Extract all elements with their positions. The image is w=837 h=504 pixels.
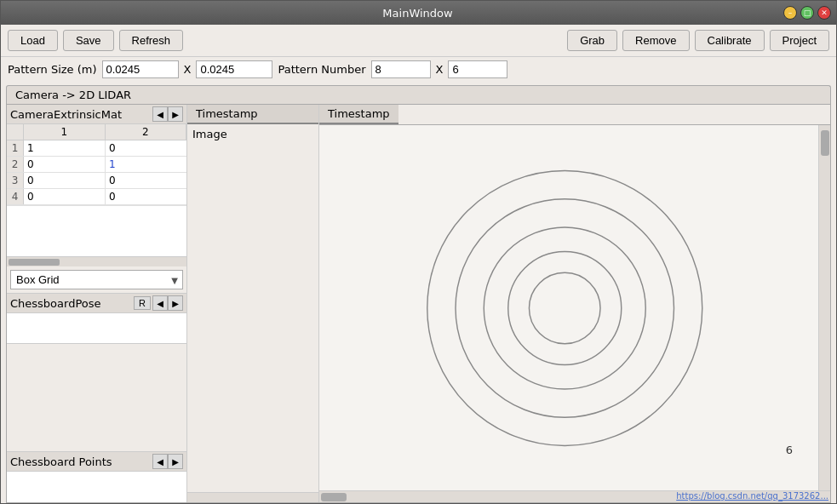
main-window: MainWindow – □ ✕ Load Save Refresh Grab … (0, 0, 837, 504)
close-button[interactable]: ✕ (817, 6, 831, 20)
box-grid-dropdown[interactable]: Box Grid Checkerboard Circle Grid (10, 270, 183, 289)
scrollbar-h-thumb (321, 493, 347, 501)
calibrate-button[interactable]: Calibrate (695, 30, 765, 51)
x-label-1: X (184, 63, 192, 76)
pose-spacer (7, 344, 186, 351)
window-controls: – □ ✕ (783, 6, 836, 20)
pose-r-button[interactable]: R (134, 296, 151, 310)
maximize-icon: □ (804, 9, 811, 17)
table-row: 1 1 0 (7, 140, 186, 157)
pattern-num-y-input[interactable] (448, 60, 507, 78)
cell-1-1: 1 (24, 140, 106, 156)
toolbar-right: Grab Remove Calibrate Project (567, 30, 829, 51)
image-label: Image (187, 124, 318, 144)
toolbar: Load Save Refresh Grab Remove Calibrate … (1, 25, 836, 57)
minimize-icon: – (788, 9, 793, 17)
cell-2-1: 0 (24, 157, 106, 172)
pose-section: ChessboardPose R ◀ ▶ (7, 293, 186, 351)
matrix-col-headers: 1 2 (7, 124, 186, 140)
right-horizontal-scrollbar[interactable]: https://blog.csdn.net/qq_3173262... (319, 490, 830, 502)
cell-3-1: 0 (24, 173, 106, 188)
matrix-prev-btn[interactable]: ◀ (152, 106, 168, 122)
pose-prev-btn[interactable]: ◀ (152, 295, 168, 311)
matrix-row-num-header (7, 124, 24, 140)
close-icon: ✕ (821, 9, 828, 17)
middle-content (187, 144, 318, 492)
main-content: CameraExtrinsicMat ◀ ▶ 1 2 1 1 0 (6, 104, 831, 503)
matrix-col-1-header: 1 (24, 124, 106, 140)
cell-3-2: 0 (106, 173, 186, 188)
right-tab-bar: Timestamp (319, 105, 830, 125)
middle-panel: Timestamp Image (187, 105, 319, 502)
pattern-number-label: Pattern Number (278, 63, 365, 76)
maximize-button[interactable]: □ (800, 6, 814, 20)
titlebar: MainWindow – □ ✕ (1, 1, 836, 25)
pose-label: ChessboardPose (10, 297, 134, 310)
left-panel: CameraExtrinsicMat ◀ ▶ 1 2 1 1 0 (7, 105, 187, 502)
middle-scrollbar-h[interactable] (187, 492, 318, 502)
scrollbar-v-thumb (821, 130, 829, 156)
matrix-label: CameraExtrinsicMat (10, 108, 152, 121)
tabs-area: Camera -> 2D LIDAR CameraExtrinsicMat ◀ … (1, 82, 836, 503)
cell-4-2: 0 (106, 189, 186, 204)
grab-button[interactable]: Grab (567, 30, 617, 51)
pattern-size-label: Pattern Size (m) (8, 63, 97, 76)
chessboard-label: Chessboard Points (10, 455, 152, 468)
table-row: 4 0 0 (7, 189, 186, 205)
main-tab[interactable]: Camera -> 2D LIDAR (6, 85, 831, 104)
window-title: MainWindow (52, 7, 783, 20)
circles-visualization (407, 146, 731, 470)
matrix-header: CameraExtrinsicMat ◀ ▶ (7, 105, 186, 124)
chessboard-content (7, 472, 186, 502)
chessboard-header: Chessboard Points ◀ ▶ (7, 452, 186, 472)
params-bar: Pattern Size (m) X Pattern Number X (1, 57, 836, 82)
cell-1-2: 0 (106, 140, 186, 156)
right-content: 6 (319, 125, 830, 490)
project-button[interactable]: Project (770, 30, 829, 51)
svg-point-1 (456, 198, 674, 417)
table-row: 2 0 1 (7, 157, 186, 173)
svg-point-3 (508, 251, 622, 364)
matrix-section: CameraExtrinsicMat ◀ ▶ 1 2 1 1 0 (7, 105, 186, 266)
canvas-area: 6 (319, 125, 818, 490)
x-label-2: X (436, 63, 444, 76)
pose-next-btn[interactable]: ▶ (168, 295, 183, 311)
remove-button[interactable]: Remove (622, 30, 689, 51)
save-button[interactable]: Save (63, 30, 114, 51)
matrix-next-btn[interactable]: ▶ (168, 106, 183, 122)
matrix-empty-space (7, 205, 186, 256)
right-vertical-scrollbar[interactable] (818, 125, 830, 490)
toolbar-left: Load Save Refresh (8, 30, 183, 51)
chessboard-next-btn[interactable]: ▶ (168, 454, 183, 469)
svg-point-0 (427, 170, 702, 445)
matrix-scrollbar-thumb (9, 259, 60, 266)
pattern-num-x-input[interactable] (371, 60, 431, 78)
chessboard-section: Chessboard Points ◀ ▶ (7, 451, 186, 502)
load-button[interactable]: Load (8, 30, 58, 51)
row-num-2: 2 (7, 157, 24, 172)
watermark-link: https://blog.csdn.net/qq_3173262... (676, 491, 828, 501)
timestamp-tab-right[interactable]: Timestamp (319, 105, 398, 124)
pose-header: ChessboardPose R ◀ ▶ (7, 294, 186, 313)
matrix-horizontal-scrollbar[interactable] (7, 256, 186, 266)
pose-content (7, 313, 186, 344)
pattern-size-y-input[interactable] (196, 60, 272, 78)
refresh-button[interactable]: Refresh (119, 30, 184, 51)
timestamp-tab-middle[interactable]: Timestamp (187, 105, 318, 124)
row-num-1: 1 (7, 140, 24, 156)
table-row: 3 0 0 (7, 173, 186, 189)
chessboard-prev-btn[interactable]: ◀ (152, 454, 168, 469)
matrix-col-2-header: 2 (106, 124, 187, 140)
svg-point-4 (529, 272, 600, 344)
dropdown-section: Box Grid Checkerboard Circle Grid (7, 266, 186, 293)
row-num-4: 4 (7, 189, 24, 204)
cell-2-2: 1 (106, 157, 186, 172)
cell-4-1: 0 (24, 189, 106, 204)
minimize-button[interactable]: – (783, 6, 797, 20)
label-6: 6 (786, 444, 793, 456)
row-num-3: 3 (7, 173, 24, 188)
box-grid-dropdown-wrapper: Box Grid Checkerboard Circle Grid (10, 270, 183, 289)
pattern-size-x-input[interactable] (102, 60, 179, 78)
right-panel: Timestamp 6 (319, 105, 830, 502)
